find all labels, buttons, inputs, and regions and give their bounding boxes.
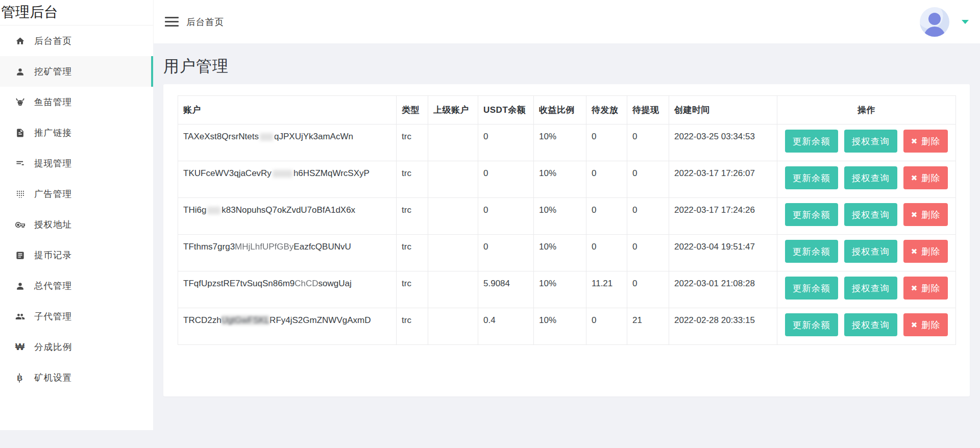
sidebar-item-agents[interactable]: 总代管理 — [0, 270, 153, 301]
account-address: TRCD2zhUgtGwFSKLRFy4jS2GmZNWVgAxmD — [183, 315, 371, 325]
update-balance-button[interactable]: 更新余额 — [785, 240, 838, 263]
cell-parent — [428, 125, 478, 161]
btc-icon: B — [15, 372, 25, 383]
sidebar-item-promo[interactable]: 推广链接 — [0, 117, 153, 148]
account-address: TFqfUpzstRE7tvSuqSn86m9ChCDsowgUaj — [183, 279, 352, 288]
cell-actions: 更新余额授权查询✖删除 — [777, 271, 956, 308]
delete-button[interactable]: ✖删除 — [903, 203, 948, 226]
auth-query-button[interactable]: 授权查询 — [844, 240, 897, 263]
delete-button[interactable]: ✖删除 — [903, 240, 948, 263]
sidebar-item-ads[interactable]: 广告管理 — [0, 179, 153, 209]
account-address: THi6gk83NopuhsQ7okZvdU7oBfA1dX6x — [183, 205, 355, 215]
auth-query-button[interactable]: 授权查询 — [844, 166, 897, 189]
sidebar-item-fry[interactable]: 鱼苗管理 — [0, 87, 153, 117]
cell-created: 2022-03-01 21:08:28 — [669, 271, 777, 308]
sidebar-item-label: 广告管理 — [34, 188, 72, 200]
sidebar-item-home[interactable]: 后台首页 — [0, 26, 153, 56]
won-icon: ₩ — [15, 342, 25, 352]
cell-parent — [428, 235, 478, 271]
cell-balance: 0 — [478, 235, 534, 271]
update-balance-button[interactable]: 更新余额 — [785, 130, 838, 153]
cell-withdraw: 0 — [627, 271, 669, 308]
topbar: 后台首页 — [153, 0, 980, 43]
avatar[interactable] — [920, 7, 949, 37]
sidebar-item-subagents[interactable]: 子代管理 — [0, 301, 153, 332]
redacted-segment — [207, 207, 220, 214]
sidebar-item-label: 矿机设置 — [34, 371, 72, 384]
update-balance-button[interactable]: 更新余额 — [785, 277, 838, 300]
cell-withdraw: 0 — [627, 161, 669, 198]
table-row: TFthms7grg3MHjLhfUPfGByEazfcQBUNvUtrc010… — [178, 235, 956, 271]
cell-pending: 0 — [586, 235, 627, 271]
cell-actions: 更新余额授权查询✖删除 — [777, 308, 956, 345]
main-content: 用户管理 账户类型上级账户USDT余额收益比例待发放待提现创建时间操作 TAXe… — [153, 43, 980, 448]
cell-balance: 5.9084 — [478, 271, 534, 308]
cell-pending: 0 — [586, 161, 627, 198]
cell-balance: 0.4 — [478, 308, 534, 345]
sidebar-item-authaddr[interactable]: 授权地址 — [0, 209, 153, 240]
bull-icon — [15, 97, 25, 107]
table-row: TRCD2zhUgtGwFSKLRFy4jS2GmZNWVgAxmDtrc0.4… — [178, 308, 956, 345]
cell-account: TFthms7grg3MHjLhfUPfGByEazfcQBUNvU — [178, 235, 397, 271]
column-header-withdraw: 待提现 — [627, 96, 669, 125]
sidebar-item-label: 授权地址 — [34, 218, 72, 231]
delete-button[interactable]: ✖删除 — [903, 277, 948, 300]
cell-ratio: 10% — [534, 235, 586, 271]
chevron-down-icon[interactable] — [962, 20, 969, 24]
column-header-ratio: 收益比例 — [534, 96, 586, 125]
auth-query-button[interactable]: 授权查询 — [844, 313, 897, 336]
cell-type: trc — [397, 161, 428, 198]
column-header-actions: 操作 — [777, 96, 956, 125]
page-title: 用户管理 — [163, 56, 980, 77]
sidebar-item-label: 推广链接 — [34, 127, 72, 139]
table-row: TFqfUpzstRE7tvSuqSn86m9ChCDsowgUajtrc5.9… — [178, 271, 956, 308]
sidebar-item-mining[interactable]: 挖矿管理 — [0, 56, 153, 87]
delete-x-icon: ✖ — [911, 247, 918, 256]
cell-withdraw: 21 — [627, 308, 669, 345]
blurred-segment: UgtGwFSKL — [222, 315, 270, 325]
update-balance-button[interactable]: 更新余额 — [785, 203, 838, 226]
cell-created: 2022-03-04 19:51:47 — [669, 235, 777, 271]
cell-actions: 更新余额授权查询✖删除 — [777, 198, 956, 235]
delete-button[interactable]: ✖删除 — [903, 166, 948, 189]
sidebar-item-label: 提币记录 — [34, 249, 72, 261]
cell-account: TFqfUpzstRE7tvSuqSn86m9ChCDsowgUaj — [178, 271, 397, 308]
cell-created: 2022-03-17 17:26:07 — [669, 161, 777, 198]
delete-button[interactable]: ✖删除 — [903, 130, 948, 153]
cell-account: TKUFceWV3qjaCevRyh6HSZMqWrcSXyP — [178, 161, 397, 198]
sidebar-item-records[interactable]: 提币记录 — [0, 240, 153, 270]
update-balance-button[interactable]: 更新余额 — [785, 166, 838, 189]
sidebar-item-label: 子代管理 — [34, 310, 72, 322]
person-icon — [15, 66, 25, 77]
auth-query-button[interactable]: 授权查询 — [844, 130, 897, 153]
sidebar-item-label: 后台首页 — [34, 35, 72, 47]
auth-query-button[interactable]: 授权查询 — [844, 277, 897, 300]
cell-created: 2022-02-28 20:33:15 — [669, 308, 777, 345]
auth-query-button[interactable]: 授权查询 — [844, 203, 897, 226]
sidebar-item-miners[interactable]: B矿机设置 — [0, 362, 153, 393]
delete-x-icon: ✖ — [911, 284, 918, 293]
hamburger-menu-icon[interactable] — [165, 14, 179, 29]
cell-actions: 更新余额授权查询✖删除 — [777, 161, 956, 198]
table-row: TKUFceWV3qjaCevRyh6HSZMqWrcSXyPtrc010%00… — [178, 161, 956, 198]
sidebar-item-label: 鱼苗管理 — [34, 96, 72, 108]
cell-created: 2022-03-25 03:34:53 — [669, 125, 777, 161]
cell-type: trc — [397, 125, 428, 161]
cell-balance: 0 — [478, 198, 534, 235]
sidebar-item-ratio[interactable]: ₩分成比例 — [0, 332, 153, 362]
cell-pending: 0 — [586, 308, 627, 345]
blurred-segment: MHjLhfUPfGBy — [235, 242, 293, 252]
sidebar-item-withdraw[interactable]: 提现管理 — [0, 148, 153, 179]
cell-withdraw: 0 — [627, 125, 669, 161]
cell-pending: 0 — [586, 198, 627, 235]
delete-x-icon: ✖ — [911, 320, 918, 330]
cell-ratio: 10% — [534, 308, 586, 345]
people-icon — [15, 311, 25, 321]
article-icon — [15, 250, 25, 260]
update-balance-button[interactable]: 更新余额 — [785, 313, 838, 336]
cell-balance: 0 — [478, 161, 534, 198]
cell-ratio: 10% — [534, 271, 586, 308]
delete-button[interactable]: ✖删除 — [903, 313, 948, 336]
cell-account: THi6gk83NopuhsQ7okZvdU7oBfA1dX6x — [178, 198, 397, 235]
delete-x-icon: ✖ — [911, 210, 918, 219]
